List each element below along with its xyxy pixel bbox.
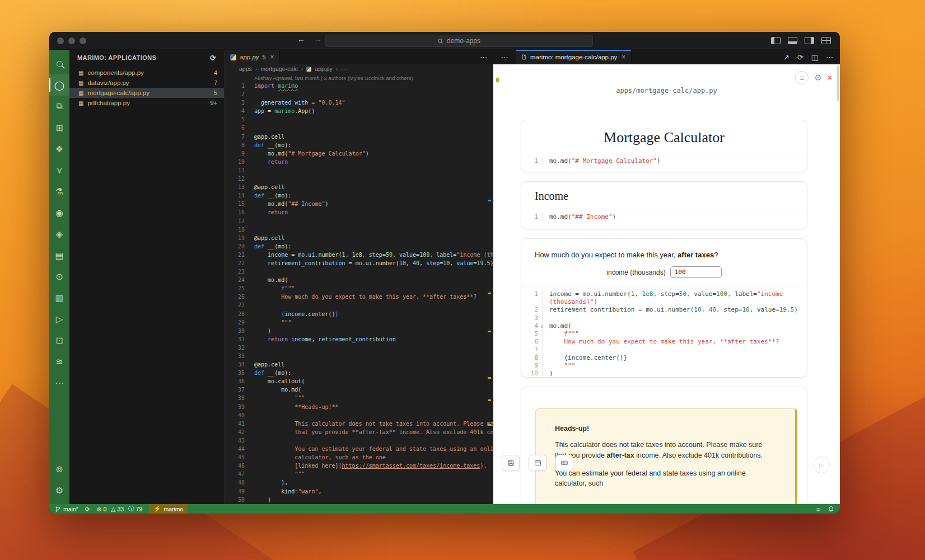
line-number: 35: [225, 369, 245, 377]
remote-window-icon[interactable]: ⊡: [49, 330, 69, 351]
tab-marimo-webview[interactable]: marimo: mortgage-calc/app.py ×: [516, 50, 632, 64]
output-code-line: 1income = mo.ui.number(1, 1e8, step=50, …: [521, 290, 807, 306]
line-number: 38: [225, 394, 245, 402]
reload-icon[interactable]: ⟳: [797, 53, 803, 62]
bell-icon[interactable]: [828, 506, 834, 512]
layout-panels-icon[interactable]: ▤: [49, 244, 69, 266]
customize-layout-icon[interactable]: [821, 37, 831, 44]
split-editor-icon[interactable]: ◫: [811, 53, 818, 62]
shutdown-icon[interactable]: ×: [828, 73, 832, 82]
line-number: 36: [225, 377, 245, 385]
sidebar-item-pdfchat[interactable]: ▦pdfchat/app.py9+: [69, 98, 224, 108]
run-circle-icon[interactable]: ⊙: [49, 266, 69, 287]
code-editor[interactable]: Akshay Agrawal, last month | 2 authors (…: [225, 73, 493, 504]
account-icon[interactable]: ⊚: [49, 458, 69, 479]
line-number: 1: [521, 290, 542, 306]
keyboard-shortcuts-button[interactable]: [555, 455, 573, 471]
code-token: [254, 209, 268, 215]
marimo-status-item[interactable]: ⚡ marimo: [149, 504, 188, 514]
source-control-fork-icon[interactable]: ⋎: [49, 159, 69, 181]
line-number: 50: [225, 496, 245, 504]
toggle-sidebar-icon[interactable]: [771, 37, 781, 44]
line-number: 14: [225, 191, 245, 200]
browser-window-icon: [534, 459, 541, 467]
problems-item[interactable]: ⊗0 △33 ⓘ79: [97, 505, 143, 513]
open-external-icon[interactable]: ↗: [783, 53, 789, 62]
income-input[interactable]: [670, 266, 722, 278]
income-heading: Income: [521, 182, 807, 209]
code-line: 23: [225, 267, 493, 276]
run-app-button[interactable]: ▷: [813, 457, 830, 473]
search-icon[interactable]: [49, 53, 69, 74]
sidebar-item-dataviz[interactable]: ▦dataviz/app.py7: [69, 78, 224, 88]
sidebar-item-mortgage-calc[interactable]: ▦mortgage-calc/app.py5: [69, 88, 224, 98]
sidebar-item-components[interactable]: ▦components/app.py4: [69, 68, 224, 78]
code-token: that you provide **after-tax** income. A…: [295, 429, 493, 435]
sync-changes-item[interactable]: ⟳: [85, 506, 90, 512]
more-actions-icon[interactable]: ⋯: [480, 50, 487, 64]
ruler-mark: [488, 331, 491, 332]
more-actions-icon[interactable]: ⋯: [493, 50, 516, 64]
line-number: 15: [225, 200, 245, 208]
git-branch-item[interactable]: main*: [55, 506, 78, 512]
back-arrow-icon[interactable]: ←: [297, 35, 305, 44]
notebook-panel-icon[interactable]: ▥: [49, 287, 69, 308]
copy-pages-icon[interactable]: ⧉: [49, 96, 69, 117]
line-number: 43: [225, 436, 245, 445]
traffic-light-zoom[interactable]: [80, 37, 86, 44]
notebook-icon: ▦: [78, 80, 83, 86]
command-center-search[interactable]: demo-apps: [325, 35, 593, 47]
breadcrumb-item-mortgage-calc[interactable]: mortgage-calc: [260, 65, 298, 72]
code-token: [254, 471, 295, 477]
line-number: 5: [521, 330, 542, 338]
traffic-light-close[interactable]: [57, 37, 64, 44]
search-text: demo-apps: [447, 37, 480, 45]
traffic-light-minimize[interactable]: [68, 37, 75, 44]
line-number: 17: [225, 217, 245, 225]
extensions-icon[interactable]: ❖: [49, 138, 69, 159]
code-token: mo.md(: [549, 322, 572, 330]
menu-icon[interactable]: ≡: [795, 71, 809, 84]
collapse-chevron-icon[interactable]: ∨: [540, 323, 543, 331]
toggle-panel-icon[interactable]: [788, 37, 797, 44]
more-actions-icon[interactable]: ⋯: [826, 53, 833, 62]
code-token: , value=: [686, 290, 716, 298]
tab-app-py[interactable]: app.py 5 ×: [225, 50, 280, 64]
docker-icon[interactable]: ≋: [49, 351, 69, 372]
app-title: Mortgage Calculator: [521, 120, 807, 153]
sync-icon: ⟳: [85, 506, 90, 512]
breadcrumb-item-apps[interactable]: apps: [239, 65, 252, 72]
marimo-label: marimo: [163, 506, 183, 512]
close-icon[interactable]: ×: [270, 53, 274, 61]
open-in-browser-button[interactable]: [529, 455, 546, 471]
testing-flask-icon[interactable]: ⚗: [49, 181, 69, 202]
traffic-lights: [57, 37, 86, 44]
webview-scrollbar[interactable]: [837, 65, 839, 101]
forward-arrow-icon[interactable]: →: [314, 35, 322, 44]
breadcrumb-more-icon[interactable]: ⋯: [341, 65, 347, 72]
line-number: 25: [225, 284, 245, 293]
line-number: 22: [225, 259, 245, 267]
gems-icon[interactable]: ◈: [49, 223, 69, 244]
code-token: "warn": [298, 488, 318, 495]
code-line: 10 return: [225, 158, 493, 166]
more-items-icon[interactable]: ⋯: [49, 372, 69, 393]
line-number: 30: [225, 327, 245, 335]
line-number: 4∨: [521, 322, 542, 330]
code-token: ui: [308, 252, 315, 258]
line-number: 37: [225, 385, 245, 394]
refresh-icon[interactable]: ⟳: [210, 54, 216, 62]
gear-icon[interactable]: ⚙: [814, 73, 821, 83]
close-icon[interactable]: ×: [622, 53, 625, 61]
settings-gear-icon[interactable]: ⚙: [49, 479, 69, 501]
code-token: ,: [406, 260, 413, 266]
feedback-smiley-icon[interactable]: ☺: [815, 506, 821, 512]
search-preview-icon[interactable]: ⊞: [49, 117, 69, 138]
marimo-icon[interactable]: ◯: [49, 74, 69, 96]
github-icon[interactable]: ◉: [49, 202, 69, 223]
code-token: "0.0.14": [318, 100, 345, 106]
debug-play-icon[interactable]: ▷: [49, 308, 69, 330]
breadcrumb-item-app-py[interactable]: app.py: [315, 65, 333, 72]
save-button[interactable]: [502, 455, 520, 471]
toggle-secondary-sidebar-icon[interactable]: [805, 37, 814, 44]
